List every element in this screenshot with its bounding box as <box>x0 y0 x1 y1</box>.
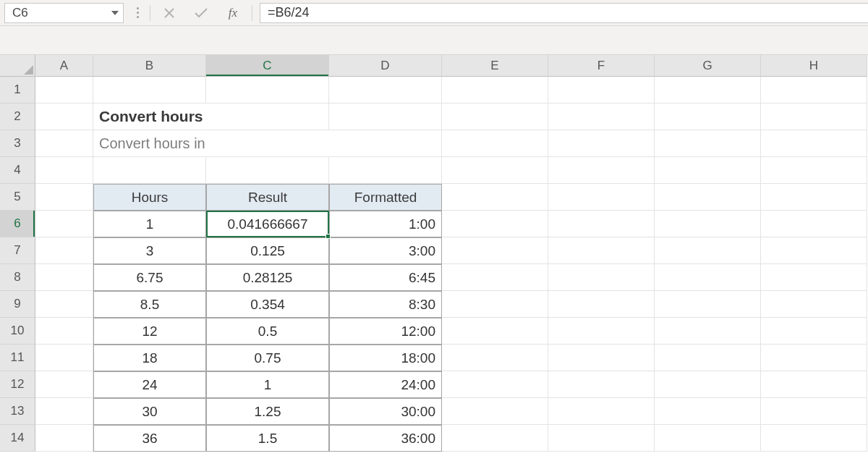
cell[interactable] <box>761 398 867 425</box>
cell-hours[interactable]: 18 <box>93 345 206 371</box>
cell[interactable] <box>761 371 867 398</box>
cell-result[interactable]: 1.25 <box>206 398 329 425</box>
cell[interactable] <box>329 130 442 157</box>
cell[interactable] <box>442 345 548 371</box>
row-header[interactable]: 3 <box>0 130 35 157</box>
cell[interactable] <box>655 77 761 104</box>
cell[interactable] <box>655 211 761 237</box>
cell[interactable] <box>35 77 93 104</box>
cell[interactable] <box>442 157 548 184</box>
cell[interactable] <box>761 264 867 291</box>
cell[interactable] <box>35 318 93 345</box>
select-all-corner[interactable] <box>0 55 35 77</box>
cell[interactable] <box>761 345 867 371</box>
cell[interactable] <box>655 371 761 398</box>
cell-formatted[interactable]: 18:00 <box>329 345 442 371</box>
cell[interactable] <box>442 425 548 452</box>
cell[interactable] <box>548 371 655 398</box>
cell-formatted[interactable]: 8:30 <box>329 291 442 318</box>
cell[interactable] <box>442 77 548 104</box>
cell[interactable] <box>655 425 761 452</box>
cell[interactable] <box>35 130 93 157</box>
cell[interactable] <box>35 104 93 130</box>
cells-area[interactable]: Convert hours to time Convert hours in d… <box>35 77 867 452</box>
cell-result[interactable]: 1.5 <box>206 425 329 452</box>
cancel-button[interactable] <box>153 3 185 23</box>
cell-formatted[interactable]: 6:45 <box>329 264 442 291</box>
cell[interactable] <box>655 318 761 345</box>
column-header[interactable]: B <box>93 55 206 77</box>
column-header[interactable]: H <box>761 55 867 77</box>
cell-hours[interactable]: 24 <box>93 371 206 398</box>
cell[interactable] <box>548 291 655 318</box>
cell[interactable] <box>329 157 442 184</box>
cell-formatted[interactable]: 3:00 <box>329 237 442 264</box>
cell[interactable] <box>761 104 867 130</box>
cell[interactable] <box>35 184 93 211</box>
cell[interactable] <box>442 264 548 291</box>
dropdown-icon[interactable] <box>111 11 119 15</box>
cell[interactable] <box>442 237 548 264</box>
cell[interactable] <box>35 345 93 371</box>
column-header[interactable]: A <box>35 55 93 77</box>
row-header[interactable]: 1 <box>0 77 35 104</box>
cell-hours[interactable]: 6.75 <box>93 264 206 291</box>
cell[interactable] <box>35 237 93 264</box>
cell-hours[interactable]: 3 <box>93 237 206 264</box>
cell[interactable] <box>655 130 761 157</box>
row-header[interactable]: 14 <box>0 425 35 452</box>
cell-formatted[interactable]: 36:00 <box>329 425 442 452</box>
row-header[interactable]: 2 <box>0 104 35 130</box>
name-box[interactable]: C6 <box>4 3 124 23</box>
insert-function-button[interactable]: fx <box>217 3 249 23</box>
cell-formatted[interactable]: 24:00 <box>329 371 442 398</box>
column-header[interactable]: F <box>548 55 655 77</box>
cell[interactable] <box>329 104 442 130</box>
cell[interactable] <box>206 130 329 157</box>
cell[interactable] <box>206 104 329 130</box>
cell[interactable] <box>761 211 867 237</box>
cell[interactable] <box>35 291 93 318</box>
cell-formatted[interactable]: 30:00 <box>329 398 442 425</box>
column-header[interactable]: D <box>329 55 442 77</box>
cell[interactable] <box>655 291 761 318</box>
cell[interactable] <box>35 264 93 291</box>
enter-button[interactable] <box>185 3 217 23</box>
cell[interactable] <box>761 425 867 452</box>
table-header-result[interactable]: Result <box>206 184 329 211</box>
column-header[interactable]: E <box>442 55 548 77</box>
cell-hours[interactable]: 36 <box>93 425 206 452</box>
cell-result[interactable]: 0.75 <box>206 345 329 371</box>
cell[interactable] <box>548 345 655 371</box>
cell[interactable] <box>442 371 548 398</box>
cell[interactable] <box>35 371 93 398</box>
cell-formatted[interactable]: 1:00 <box>329 211 442 237</box>
row-header[interactable]: 5 <box>0 184 35 211</box>
cell-hours[interactable]: 12 <box>93 318 206 345</box>
cell-result[interactable]: 0.5 <box>206 318 329 345</box>
row-header[interactable]: 12 <box>0 371 35 398</box>
cell[interactable] <box>761 77 867 104</box>
cell-result[interactable]: 0.354 <box>206 291 329 318</box>
cell-result[interactable]: 1 <box>206 371 329 398</box>
cell[interactable] <box>548 130 655 157</box>
cell[interactable] <box>206 77 329 104</box>
row-header[interactable]: 9 <box>0 291 35 318</box>
cell[interactable] <box>548 157 655 184</box>
row-header-selected[interactable]: 6 <box>0 211 35 237</box>
cell[interactable] <box>93 157 206 184</box>
row-header[interactable]: 11 <box>0 345 35 371</box>
cell[interactable] <box>548 398 655 425</box>
column-header[interactable]: G <box>655 55 761 77</box>
cell[interactable] <box>35 157 93 184</box>
title-cell[interactable]: Convert hours to time <box>93 104 206 130</box>
cell[interactable] <box>548 77 655 104</box>
cell[interactable] <box>442 104 548 130</box>
cell[interactable] <box>655 157 761 184</box>
cell-result-selected[interactable]: 0.041666667 <box>206 211 329 237</box>
cell[interactable] <box>442 184 548 211</box>
cell[interactable] <box>548 211 655 237</box>
cell[interactable] <box>761 291 867 318</box>
cell[interactable] <box>761 157 867 184</box>
cell[interactable] <box>761 184 867 211</box>
